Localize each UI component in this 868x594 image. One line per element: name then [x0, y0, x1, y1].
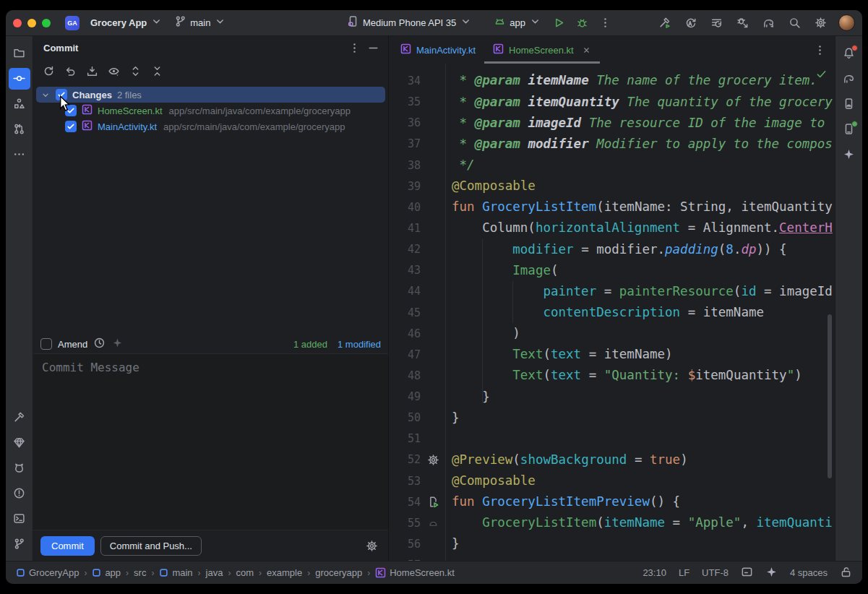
- commit-button[interactable]: Commit: [40, 536, 95, 556]
- commit-and-push-button[interactable]: Commit and Push...: [100, 536, 202, 556]
- collapse-all-icon[interactable]: [147, 61, 166, 80]
- project-widget[interactable]: Grocery App: [87, 13, 166, 33]
- build-run-icon[interactable]: [655, 14, 674, 33]
- tool-window-logcat-icon[interactable]: [9, 457, 30, 479]
- lock-open-icon[interactable]: [840, 566, 852, 580]
- expand-all-icon[interactable]: [126, 61, 145, 80]
- tool-window-build-icon[interactable]: [9, 407, 30, 429]
- gear-gutter-gutter-icon[interactable]: [421, 454, 445, 466]
- apply-changes-icon[interactable]: [681, 14, 700, 33]
- editor-tab-HomeScreen.kt[interactable]: HomeScreen.kt: [484, 36, 600, 64]
- file-checkbox[interactable]: [65, 105, 77, 116]
- changes-checkbox[interactable]: [56, 89, 67, 100]
- search-icon[interactable]: [785, 14, 804, 33]
- line-number: 53: [389, 475, 421, 488]
- tool-window-app-quality-insights-icon[interactable]: [9, 432, 30, 454]
- user-avatar[interactable]: [838, 14, 855, 31]
- tool-window-project-folder-icon[interactable]: [9, 43, 30, 64]
- commit-options-kebab-icon[interactable]: [345, 38, 364, 57]
- code-line-37: 37 * @param modifier Modifier to apply t…: [389, 134, 835, 155]
- tool-window-pull-requests-icon[interactable]: [9, 119, 30, 140]
- commit-history-clock-icon[interactable]: [93, 337, 106, 352]
- added-count: 1 added: [293, 339, 327, 350]
- debug-button[interactable]: [572, 14, 591, 33]
- code-viewport[interactable]: 34 * @param itemName The name of the gro…: [389, 64, 835, 561]
- breadcrumb-item[interactable]: groceryapp: [315, 567, 362, 578]
- chevron-down-icon[interactable]: [40, 89, 51, 101]
- amend-row: Amend 1 added 1 modified: [33, 335, 388, 353]
- file-checkbox[interactable]: [65, 121, 77, 132]
- editor-vertical-scrollbar[interactable]: [828, 314, 832, 478]
- breadcrumb-item[interactable]: com: [236, 567, 254, 578]
- changes-group-row[interactable]: Changes 2 files: [36, 87, 385, 103]
- code-line-41: 41 Column(horizontalAlignment = Alignmen…: [389, 218, 835, 238]
- tool-window-more-tool-windows-icon[interactable]: [9, 144, 30, 165]
- code-line-47: 47 Text(text = itemName): [389, 344, 835, 365]
- changed-file-row[interactable]: MainActivity.kt app/src/main/java/com/ex…: [36, 119, 385, 134]
- breadcrumb-item[interactable]: src: [134, 567, 146, 578]
- code-line-38: 38 */: [389, 155, 835, 176]
- indent-setting[interactable]: 4 spaces: [790, 567, 828, 578]
- changed-file-row[interactable]: HomeScreen.kt app/src/main/java/com/exam…: [36, 103, 385, 119]
- zoom-window-button[interactable]: [42, 19, 51, 27]
- code-line-43: 43 Image(: [389, 260, 835, 281]
- breadcrumb-item[interactable]: java: [206, 567, 223, 578]
- profiler-icon[interactable]: [707, 14, 726, 33]
- close-window-button[interactable]: [13, 19, 22, 27]
- modified-count: 1 modified: [338, 339, 381, 350]
- line-number: 44: [389, 285, 421, 298]
- line-ending[interactable]: LF: [679, 567, 689, 578]
- editor-tab-MainActivity.kt[interactable]: MainActivity.kt: [392, 36, 484, 64]
- tool-window-structure-icon[interactable]: [9, 93, 30, 115]
- close-tab-icon[interactable]: [582, 46, 591, 55]
- run-button[interactable]: [549, 14, 568, 33]
- code-line-53: 53@Composable: [389, 470, 835, 491]
- editor-options-kebab-icon[interactable]: [810, 40, 829, 59]
- tool-window-problems-icon[interactable]: [9, 483, 30, 504]
- settings-gear-icon[interactable]: [811, 14, 830, 33]
- tool-window-running-devices-icon[interactable]: [838, 119, 860, 140]
- project-name: Grocery App: [90, 17, 147, 28]
- blob-gutter-icon[interactable]: [421, 517, 445, 529]
- tool-window-notifications-icon[interactable]: [838, 43, 860, 64]
- android-head-icon: [494, 15, 506, 30]
- line-number: 35: [389, 95, 421, 108]
- caret-position[interactable]: 23:10: [643, 567, 666, 578]
- amend-checkbox[interactable]: [40, 338, 52, 350]
- line-number: 36: [389, 116, 421, 129]
- gradle-sync-icon[interactable]: [759, 14, 778, 33]
- tool-window-device-manager-icon[interactable]: [838, 93, 860, 115]
- more-actions-kebab-icon[interactable]: [596, 14, 614, 33]
- refresh-icon[interactable]: [39, 61, 58, 80]
- tool-window-gemini-icon[interactable]: [838, 144, 860, 165]
- run-configuration-selector[interactable]: app: [490, 13, 545, 33]
- rollback-icon[interactable]: [61, 61, 80, 80]
- tab-label: HomeScreen.kt: [509, 45, 574, 56]
- reader-mode-icon[interactable]: [741, 566, 753, 580]
- show-diff-icon[interactable]: [104, 61, 123, 80]
- ide-window: GA Grocery App main Medium Phone API 35 …: [6, 10, 862, 584]
- commit-buttons-row: Commit Commit and Push...: [33, 530, 388, 561]
- commit-settings-gear-icon[interactable]: [362, 536, 381, 555]
- ai-sparkle-icon[interactable]: [765, 566, 778, 580]
- preview-run-gutter-icon[interactable]: [421, 496, 445, 508]
- tool-window-gradle-icon[interactable]: [838, 68, 860, 90]
- tool-window-version-control-icon[interactable]: [9, 533, 30, 555]
- breadcrumb-item[interactable]: HomeScreen.kt: [375, 567, 455, 578]
- file-encoding[interactable]: UTF-8: [702, 567, 729, 578]
- ai-commit-message-sparkle-icon[interactable]: [111, 337, 124, 352]
- tool-window-terminal-icon[interactable]: [9, 508, 30, 530]
- branch-widget[interactable]: main: [171, 13, 230, 33]
- kotlin-icon: [375, 567, 386, 578]
- attach-debugger-icon[interactable]: [733, 14, 752, 33]
- tool-window-commit-icon[interactable]: [9, 68, 30, 90]
- device-selector[interactable]: Medium Phone API 35: [343, 13, 476, 33]
- commit-message-field[interactable]: Commit Message: [33, 353, 388, 530]
- shelve-silently-icon[interactable]: [82, 61, 101, 80]
- breadcrumb-item[interactable]: app: [92, 567, 121, 578]
- breadcrumb-item[interactable]: GroceryApp: [16, 567, 79, 578]
- hide-tool-window-icon[interactable]: [364, 38, 382, 57]
- breadcrumb-item[interactable]: main: [159, 567, 192, 578]
- minimize-window-button[interactable]: [27, 19, 36, 27]
- breadcrumb-item[interactable]: example: [267, 567, 302, 578]
